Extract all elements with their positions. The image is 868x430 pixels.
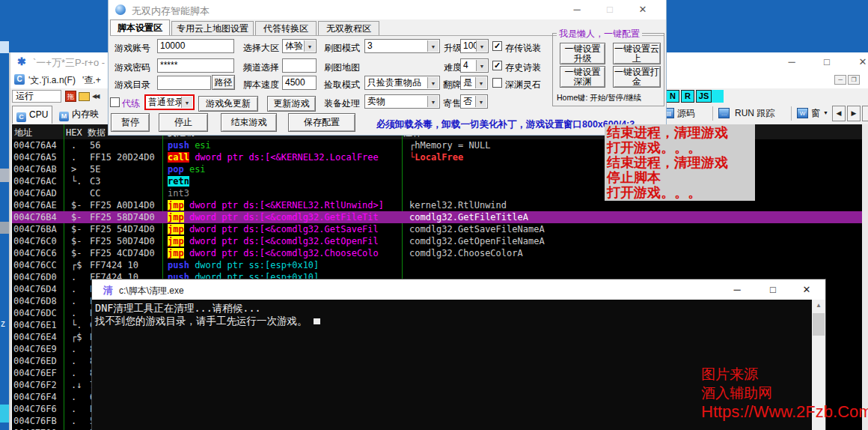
channel-input[interactable] [282,58,317,73]
disasm-address: 004C76AB [13,163,63,175]
close-button[interactable]: ✕ [632,0,653,19]
speed-label: 脚本速度 [243,79,279,91]
nav-back-button[interactable]: ◀ [832,106,846,121]
window-menu-button[interactable]: 窗 [811,107,820,120]
password-input[interactable]: ***** [157,58,234,73]
disasm-prefix: > [71,427,89,430]
open-folder-icon[interactable] [79,92,90,101]
mdi-restore-button[interactable]: ❐ [848,75,860,85]
save-legend-checkbox[interactable]: ✓ [492,41,502,51]
disasm-row[interactable]: 004C76AE$-FF25 A0D14D0jmp dword ptr ds:[… [12,199,862,211]
dropdown-arrow-icon[interactable] [427,96,438,107]
path-button[interactable]: 路径 [212,75,235,90]
speed-input[interactable]: 4500 [282,76,317,90]
close-button[interactable]: ✕ [852,52,868,71]
disasm-prefix: $- [71,247,89,259]
abyss-checkbox[interactable] [492,78,502,88]
minimize-button[interactable]: ─ [566,0,587,19]
run-status-box[interactable]: 运行 [12,90,61,103]
tab-answer-convert[interactable]: 代答转换区 [255,21,317,35]
quick-gold-button[interactable]: 一键设置打金 [613,66,661,88]
save-epic-checkbox[interactable]: ✓ [492,61,502,70]
toolbar-cyan-button[interactable] [712,90,724,103]
quick-upgrade-button[interactable]: 一键设置升级 [560,43,605,64]
disasm-row[interactable]: 004C76C0$-FF25 50D74D0jmp dword ptr ds:[… [12,235,862,247]
desktop-icon-fragment[interactable] [0,169,9,182]
upgrade-select[interactable]: 100 [460,39,489,53]
quick-cloud-button[interactable]: 一键设置云上 [613,43,661,64]
desktop-icon-fragment[interactable] [0,222,9,234]
menu-view[interactable]: '查.+ [82,74,101,87]
debugger-app-icon: ✱ [17,55,26,67]
drag-tool-icon[interactable]: 拖 [65,91,76,102]
tab-cloud-map[interactable]: 专用云上地图设置 [171,21,254,35]
dropdown-arrow-icon[interactable] [475,77,486,88]
brush-mode-select[interactable]: 3 [364,39,440,53]
game-dir-input[interactable] [157,76,211,90]
maximize-button[interactable]: □ [760,279,786,300]
dropdown-arrow-icon[interactable] [475,96,486,107]
dropdown-arrow-icon[interactable] [427,77,438,88]
pause-button[interactable]: 暂停 [111,113,150,132]
mdi-minimize-button[interactable]: ─ [834,75,846,85]
menu-file[interactable]: '文.'j'i.a.n(F) [28,74,76,87]
difficulty-select[interactable]: 4 [460,58,489,73]
disasm-instruction: jmp dword ptr ds:[<&comdlg32.GetOpenFil [168,235,400,247]
toolbar-letter-n-button[interactable]: N [666,90,679,103]
stop-button[interactable]: 停止 [159,113,208,132]
desktop-icon-fragment[interactable]: z [1,318,9,330]
login-mode-select[interactable]: 普通登录 [144,94,195,110]
tab-cpu[interactable]: CCPU [12,106,52,124]
minimize-button[interactable]: ─ [724,279,750,300]
disasm-prefix: .↓ [71,379,89,391]
disasm-row[interactable]: 004C76BA$-FF25 54D74D0jmp dword ptr ds:[… [12,223,862,235]
no-update-button[interactable]: 游戏免更新 [198,96,258,112]
tab-memory-map[interactable]: M内存映 [55,106,114,124]
quick-abyss-button[interactable]: 一键设置深渊 [560,66,605,88]
toolbar-letter-r-button[interactable]: R [681,90,694,103]
disasm-prefix: $- [71,223,89,235]
desktop-icon-fragment[interactable] [0,405,9,423]
dropdown-arrow-icon[interactable] [427,40,438,52]
nav-more-button[interactable] [862,106,868,121]
maximize-button[interactable]: □ [599,0,620,19]
maximize-button[interactable]: □ [817,52,837,71]
equip-value: 卖物 [367,95,427,108]
flip-select[interactable]: 是 [460,76,488,90]
region-select[interactable]: 体验 [282,39,317,53]
equip-select[interactable]: 卖物 [364,94,440,109]
dropdown-arrow-icon[interactable] [476,40,487,52]
console-titlebar[interactable]: 清 c:\脚本\清理.exe ─ □ ✕ [92,279,825,300]
flip-label: 翻牌 [443,79,461,91]
update-game-button[interactable]: 更新游戏 [267,96,316,112]
save-epic-label: 存史诗装 [505,61,541,74]
column-header-address[interactable]: 地址 [14,127,32,139]
nav-forward-button[interactable]: ▶ [847,106,861,121]
tab-tutorial[interactable]: 无双教程区 [318,21,379,35]
rewind-icon[interactable]: ◀◀ [92,91,98,102]
minimize-button[interactable]: ─ [782,52,801,71]
disasm-row[interactable]: 004C76C6$-FF25 4CD74D0jmp dword ptr ds:[… [12,247,862,259]
dropdown-arrow-icon[interactable] [476,60,487,71]
scroll-up-icon[interactable]: ▲ [812,300,825,312]
disasm-hex: FF25 4CD74D0 [90,247,162,259]
close-button[interactable]: ✕ [794,279,819,300]
toolbar-letter-js-button[interactable]: JS [696,90,712,103]
scrollbar-thumb[interactable] [813,313,825,336]
script-titlebar[interactable]: 无双内存智能脚本 ─ □ ✕ [109,0,666,19]
end-game-button[interactable]: 结束游戏 [221,113,277,132]
tab-script-settings[interactable]: 脚本设置区 [110,19,170,35]
trainer-checkbox[interactable] [110,97,120,107]
account-input[interactable]: 10000 [157,39,234,53]
column-header-hex[interactable]: HEX 数据 [66,127,106,139]
disasm-row[interactable]: 004C76CC┌$FF7424 10push dword ptr ss:[es… [12,259,862,271]
disasm-address: 004C76B4 [13,211,63,223]
disasm-row[interactable]: 004C76B4$-FF25 58D74D0jmp dword ptr ds:[… [12,211,862,223]
desktop-icon-fragment[interactable] [0,41,9,53]
dropdown-arrow-icon[interactable] [181,97,192,108]
save-config-button[interactable]: 保存配置 [288,113,355,132]
dropdown-arrow-icon[interactable] [304,40,315,52]
home-key-hint: Home键: 开始/暂停/继续 [557,93,641,103]
consign-select[interactable]: 否 [460,94,488,109]
pickup-mode-select[interactable]: 只捡贵重物品 [364,76,440,90]
